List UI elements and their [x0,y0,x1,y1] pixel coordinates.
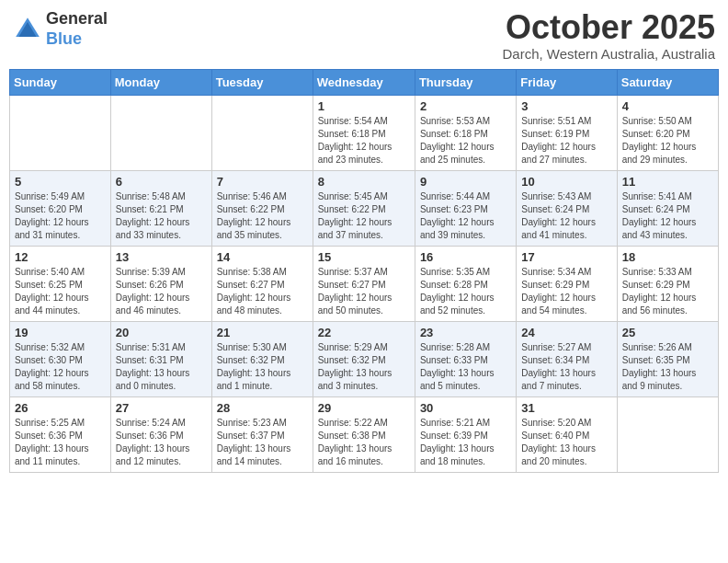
day-number: 5 [15,175,106,189]
location: Darch, Western Australia, Australia [503,46,716,62]
calendar-cell: 25Sunrise: 5:26 AM Sunset: 6:35 PM Dayli… [617,321,718,396]
day-number: 24 [521,326,611,339]
weekday-header: Thursday [415,69,516,95]
day-number: 8 [318,175,410,189]
weekday-header: Saturday [617,69,718,95]
day-number: 31 [521,401,611,415]
day-number: 23 [420,326,511,339]
day-info: Sunrise: 5:49 AM Sunset: 6:20 PM Dayligh… [15,190,106,242]
day-info: Sunrise: 5:30 AM Sunset: 6:32 PM Dayligh… [217,341,308,393]
day-number: 29 [318,401,410,415]
month-title: October 2025 [503,9,716,46]
page-header: General Blue October 2025 Darch, Western… [9,9,719,62]
calendar-cell: 20Sunrise: 5:31 AM Sunset: 6:31 PM Dayli… [110,321,211,396]
day-number: 19 [15,326,106,339]
logo-icon [13,15,42,44]
day-number: 14 [217,250,308,264]
calendar-cell: 23Sunrise: 5:28 AM Sunset: 6:33 PM Dayli… [415,321,516,396]
day-info: Sunrise: 5:39 AM Sunset: 6:26 PM Dayligh… [116,266,207,317]
day-info: Sunrise: 5:23 AM Sunset: 6:37 PM Dayligh… [217,417,308,468]
calendar-cell: 22Sunrise: 5:29 AM Sunset: 6:32 PM Dayli… [313,321,415,396]
title-block: October 2025 Darch, Western Australia, A… [503,9,716,62]
calendar-table: SundayMondayTuesdayWednesdayThursdayFrid… [9,69,719,473]
calendar-cell: 18Sunrise: 5:33 AM Sunset: 6:29 PM Dayli… [617,246,718,321]
calendar-cell: 16Sunrise: 5:35 AM Sunset: 6:28 PM Dayli… [415,246,516,321]
weekday-header: Tuesday [211,69,313,95]
day-number: 26 [15,401,106,415]
day-info: Sunrise: 5:38 AM Sunset: 6:27 PM Dayligh… [217,266,308,317]
day-info: Sunrise: 5:21 AM Sunset: 6:39 PM Dayligh… [420,417,511,468]
calendar-cell: 17Sunrise: 5:34 AM Sunset: 6:29 PM Dayli… [517,246,617,321]
day-info: Sunrise: 5:29 AM Sunset: 6:32 PM Dayligh… [318,341,410,393]
weekday-header: Sunday [10,69,111,95]
day-info: Sunrise: 5:35 AM Sunset: 6:28 PM Dayligh… [420,266,511,317]
calendar-cell: 27Sunrise: 5:24 AM Sunset: 6:36 PM Dayli… [110,396,211,472]
logo-general: General [46,9,108,28]
calendar-cell: 13Sunrise: 5:39 AM Sunset: 6:26 PM Dayli… [110,246,211,321]
calendar-body: 1Sunrise: 5:54 AM Sunset: 6:18 PM Daylig… [10,95,719,472]
calendar-cell: 10Sunrise: 5:43 AM Sunset: 6:24 PM Dayli… [517,170,617,246]
day-number: 1 [318,99,410,113]
day-info: Sunrise: 5:43 AM Sunset: 6:24 PM Dayligh… [521,190,611,242]
day-info: Sunrise: 5:51 AM Sunset: 6:19 PM Dayligh… [521,115,611,167]
day-info: Sunrise: 5:22 AM Sunset: 6:38 PM Dayligh… [318,417,410,468]
calendar-cell: 26Sunrise: 5:25 AM Sunset: 6:36 PM Dayli… [10,396,111,472]
calendar-cell: 7Sunrise: 5:46 AM Sunset: 6:22 PM Daylig… [211,170,313,246]
calendar-cell: 3Sunrise: 5:51 AM Sunset: 6:19 PM Daylig… [517,95,617,170]
day-number: 30 [420,401,511,415]
calendar-cell: 2Sunrise: 5:53 AM Sunset: 6:18 PM Daylig… [415,95,516,170]
calendar-week-row: 19Sunrise: 5:32 AM Sunset: 6:30 PM Dayli… [10,321,719,396]
weekday-row: SundayMondayTuesdayWednesdayThursdayFrid… [10,69,719,95]
day-info: Sunrise: 5:46 AM Sunset: 6:22 PM Dayligh… [217,190,308,242]
day-info: Sunrise: 5:20 AM Sunset: 6:40 PM Dayligh… [521,417,611,468]
calendar-cell: 4Sunrise: 5:50 AM Sunset: 6:20 PM Daylig… [617,95,718,170]
calendar-cell: 19Sunrise: 5:32 AM Sunset: 6:30 PM Dayli… [10,321,111,396]
calendar-cell: 6Sunrise: 5:48 AM Sunset: 6:21 PM Daylig… [110,170,211,246]
day-number: 17 [521,250,611,264]
calendar-week-row: 1Sunrise: 5:54 AM Sunset: 6:18 PM Daylig… [10,95,719,170]
day-info: Sunrise: 5:24 AM Sunset: 6:36 PM Dayligh… [116,417,207,468]
calendar-cell [110,95,211,170]
day-info: Sunrise: 5:53 AM Sunset: 6:18 PM Dayligh… [420,115,511,167]
day-number: 10 [521,175,611,189]
day-number: 9 [420,175,511,189]
day-number: 11 [622,175,713,189]
day-number: 27 [116,401,207,415]
calendar-cell: 14Sunrise: 5:38 AM Sunset: 6:27 PM Dayli… [211,246,313,321]
calendar-cell: 5Sunrise: 5:49 AM Sunset: 6:20 PM Daylig… [10,170,111,246]
calendar-cell: 28Sunrise: 5:23 AM Sunset: 6:37 PM Dayli… [211,396,313,472]
day-number: 4 [622,99,713,113]
calendar-cell: 29Sunrise: 5:22 AM Sunset: 6:38 PM Dayli… [313,396,415,472]
day-number: 20 [116,326,207,339]
calendar-cell: 12Sunrise: 5:40 AM Sunset: 6:25 PM Dayli… [10,246,111,321]
day-info: Sunrise: 5:32 AM Sunset: 6:30 PM Dayligh… [15,341,106,393]
day-info: Sunrise: 5:50 AM Sunset: 6:20 PM Dayligh… [622,115,713,167]
day-number: 3 [521,99,611,113]
day-info: Sunrise: 5:28 AM Sunset: 6:33 PM Dayligh… [420,341,511,393]
day-number: 21 [217,326,308,339]
calendar-cell: 9Sunrise: 5:44 AM Sunset: 6:23 PM Daylig… [415,170,516,246]
day-info: Sunrise: 5:45 AM Sunset: 6:22 PM Dayligh… [318,190,410,242]
calendar-cell [211,95,313,170]
calendar-header: SundayMondayTuesdayWednesdayThursdayFrid… [10,69,719,95]
day-info: Sunrise: 5:33 AM Sunset: 6:29 PM Dayligh… [622,266,713,317]
weekday-header: Friday [517,69,617,95]
day-number: 16 [420,250,511,264]
logo-blue: Blue [46,29,82,48]
day-info: Sunrise: 5:37 AM Sunset: 6:27 PM Dayligh… [318,266,410,317]
logo: General Blue [13,9,108,49]
day-info: Sunrise: 5:27 AM Sunset: 6:34 PM Dayligh… [521,341,611,393]
day-info: Sunrise: 5:48 AM Sunset: 6:21 PM Dayligh… [116,190,207,242]
day-number: 12 [15,250,106,264]
calendar-cell: 11Sunrise: 5:41 AM Sunset: 6:24 PM Dayli… [617,170,718,246]
day-number: 18 [622,250,713,264]
day-info: Sunrise: 5:41 AM Sunset: 6:24 PM Dayligh… [622,190,713,242]
day-info: Sunrise: 5:25 AM Sunset: 6:36 PM Dayligh… [15,417,106,468]
logo-text: General Blue [46,9,108,49]
day-info: Sunrise: 5:26 AM Sunset: 6:35 PM Dayligh… [622,341,713,393]
day-number: 15 [318,250,410,264]
calendar-week-row: 26Sunrise: 5:25 AM Sunset: 6:36 PM Dayli… [10,396,719,472]
day-number: 22 [318,326,410,339]
calendar-week-row: 12Sunrise: 5:40 AM Sunset: 6:25 PM Dayli… [10,246,719,321]
calendar-cell: 31Sunrise: 5:20 AM Sunset: 6:40 PM Dayli… [517,396,617,472]
